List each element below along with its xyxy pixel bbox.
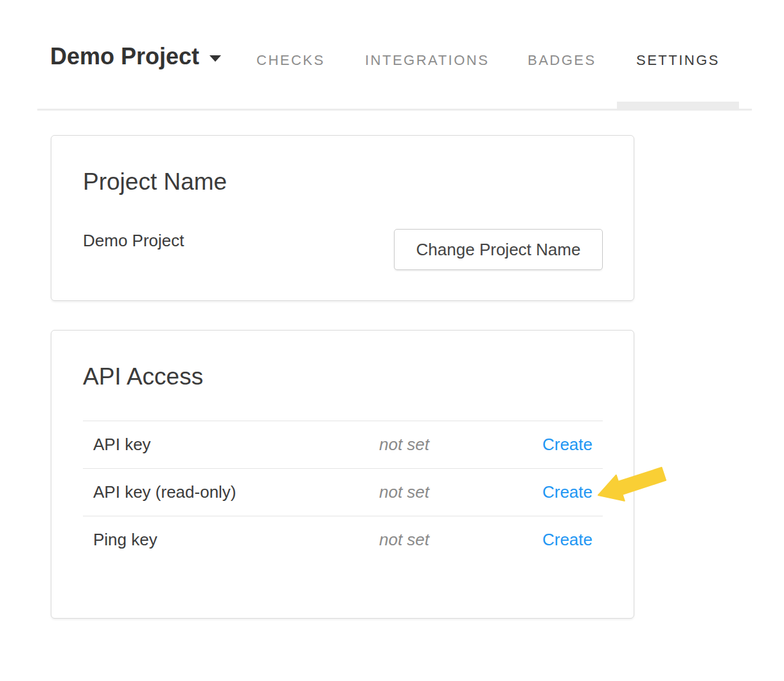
api-key-readonly-create-link[interactable]: Create [542,482,592,502]
tab-badges[interactable]: BADGES [528,53,596,68]
tab-integrations[interactable]: INTEGRATIONS [365,53,489,68]
ping-key-row: Ping key not set Create [83,516,603,563]
chevron-down-icon [209,55,221,62]
ping-key-create-link[interactable]: Create [542,530,592,550]
tab-checks[interactable]: CHECKS [256,53,325,68]
ping-key-value: not set [379,530,542,550]
api-key-readonly-value: not set [379,482,542,502]
project-switcher-label: Demo Project [50,45,199,68]
current-project-name: Demo Project [83,231,184,250]
settings-page: Demo Project CHECKS INTEGRATIONS BADGES … [0,0,784,681]
api-key-create-link[interactable]: Create [542,435,592,455]
tab-settings[interactable]: SETTINGS [636,53,720,68]
api-key-readonly-row: API key (read-only) not set Create [83,468,603,516]
api-keys-table: API key not set Create API key (read-onl… [83,421,603,563]
change-project-name-button[interactable]: Change Project Name [394,229,603,270]
ping-key-label: Ping key [93,530,379,550]
api-key-readonly-label: API key (read-only) [93,482,379,502]
project-switcher[interactable]: Demo Project [50,45,221,68]
api-key-row: API key not set Create [83,421,603,468]
api-access-card: API Access API key not set Create API ke… [51,330,634,619]
project-name-card-title: Project Name [83,169,227,195]
nav-divider [37,109,752,111]
api-key-label: API key [93,435,379,455]
api-access-card-title: API Access [83,364,203,390]
project-name-card: Project Name Demo Project Change Project… [51,135,634,301]
api-key-value: not set [379,435,542,455]
